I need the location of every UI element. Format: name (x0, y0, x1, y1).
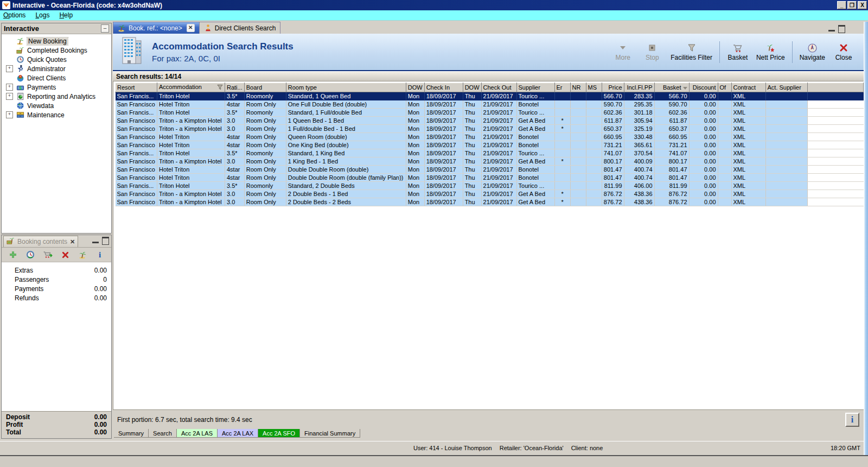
table-row[interactable]: San Francis...Triton Hotel3.5*RoomonlySt… (116, 182, 864, 190)
table-row[interactable]: San FranciscoHotel Triton4starRoom OnlyD… (116, 166, 864, 174)
bottom-tab-acc-2a-sfo[interactable]: Acc 2A SFO (258, 429, 300, 438)
restore-window-button[interactable]: ❐ (847, 1, 857, 9)
column-header-discount[interactable]: Discount (689, 83, 718, 92)
column-header-of[interactable]: Of (718, 83, 731, 92)
quick-quote-icon[interactable] (25, 250, 35, 260)
column-header-act-supplier[interactable]: Act. Supplier (765, 83, 807, 92)
booking-row-extras[interactable]: Extras0.00 (2, 266, 111, 275)
sidebar-item-quick-quotes[interactable]: Quick Quotes (2, 55, 111, 64)
mdi-restore-icon[interactable] (838, 25, 845, 33)
cell-board: Room Only (244, 157, 286, 166)
column-header-incl-fl-pp[interactable]: Incl.Fl.PP (624, 83, 654, 92)
cell-rating: 3.5* (225, 182, 245, 190)
cell-contract: XML (731, 109, 765, 117)
booking-row-payments[interactable]: Payments0.00 (2, 284, 111, 293)
info-button[interactable]: i (845, 413, 859, 427)
sidebar-item-viewdata[interactable]: Viewdata (2, 101, 111, 110)
column-header-basket[interactable]: Basket (654, 83, 689, 92)
facilities-filter-button[interactable]: Facilities Filter (667, 41, 716, 62)
booking-row-passengers[interactable]: Passengers0 (2, 275, 111, 284)
table-row[interactable]: San Francis...Triton Hotel3.5*RoomonlySt… (116, 109, 864, 117)
navigate-button[interactable]: Navigate (796, 41, 829, 62)
cell-dow1: Mon (406, 109, 424, 117)
column-header-price[interactable]: Price (602, 83, 624, 92)
cell-basket: 660.95 (654, 133, 689, 141)
add-icon[interactable] (8, 250, 18, 260)
menu-logs[interactable]: Logs (35, 11, 49, 19)
column-header-check-out[interactable]: Check Out (481, 83, 516, 92)
sidebar-item-maintenance[interactable]: +Maintenance (2, 110, 111, 119)
cart-arrow-icon[interactable] (43, 250, 53, 260)
column-header-contract[interactable]: Contract (731, 83, 765, 92)
cell-accommodation: Triton Hotel (157, 182, 225, 190)
booking-row-refunds[interactable]: Refunds0.00 (2, 293, 111, 302)
basket-button[interactable]: Basket (723, 41, 752, 62)
menu-options[interactable]: Options (3, 11, 25, 19)
sidebar-item-direct-clients[interactable]: Direct Clients (2, 73, 111, 83)
cell-accommodation: Hotel Triton (157, 141, 225, 149)
close-window-button[interactable]: X (858, 1, 867, 9)
menu-help[interactable]: Help (59, 11, 73, 19)
palm-icon[interactable] (78, 250, 87, 260)
column-header-accommodation[interactable]: Accommodation (157, 83, 225, 92)
bottom-tab-financial-summary[interactable]: Financial Summary (300, 429, 360, 438)
table-row[interactable]: San FranciscoTriton - a Kimpton Hotel3.0… (116, 117, 864, 125)
column-header-ms[interactable]: MS (586, 83, 602, 92)
bottom-tab-search[interactable]: Search (149, 429, 177, 438)
table-row[interactable]: San FranciscoTriton - a Kimpton Hotel3.0… (116, 198, 864, 206)
tree-expander-icon[interactable]: + (6, 84, 13, 91)
column-header-nr[interactable]: NR (570, 83, 586, 92)
column-header-supplier[interactable]: Supplier (516, 83, 554, 92)
table-row[interactable]: San FranciscoTriton - a Kimpton Hotel3.0… (116, 157, 864, 166)
booking-contents-tab[interactable]: Booking contents ✕ (3, 236, 78, 247)
table-row[interactable]: San Francis...Triton Hotel3.5*RoomonlySt… (116, 92, 864, 100)
cell-dow2: Thu (463, 174, 481, 182)
page-subtitle: For pax: 2A, 0C, 0I (152, 54, 608, 63)
sidebar-item-administrator[interactable]: +Administrator (2, 64, 111, 73)
cell-nr (570, 92, 586, 100)
column-header-room-type[interactable]: Room type (286, 83, 406, 92)
panel-maximize-icon[interactable] (102, 237, 109, 245)
delete-icon[interactable] (60, 250, 70, 260)
table-row[interactable]: San FranciscoHotel Triton4starRoom OnlyD… (116, 174, 864, 182)
tab-direct-clients-search[interactable]: Direct Clients Search (200, 22, 281, 34)
table-row[interactable]: San Francis...Triton Hotel3.5*RoomonlySt… (116, 149, 864, 157)
sidebar-item-payments[interactable]: +$Payments (2, 83, 111, 92)
filter-icon[interactable] (217, 84, 223, 91)
mdi-minimize-icon[interactable] (828, 28, 835, 31)
column-header-resort[interactable]: Resort (116, 83, 157, 92)
bottom-tab-summary[interactable]: Summary (114, 429, 149, 438)
table-row[interactable]: San FranciscoTriton - a Kimpton Hotel3.0… (116, 125, 864, 133)
cell-nr (570, 166, 586, 174)
info-icon[interactable]: i (95, 250, 105, 260)
nett-price-button[interactable]: Nett Price (752, 41, 789, 62)
bottom-tab-acc-2a-lax[interactable]: Acc 2A LAX (218, 429, 258, 438)
sidebar-item-new-booking[interactable]: New Booking (2, 36, 111, 46)
cell-incl-fl-pp: 400.09 (624, 157, 654, 166)
table-row[interactable]: San FranciscoHotel Triton4starRoom OnlyQ… (116, 133, 864, 141)
panel-minimize-icon[interactable] (92, 240, 99, 243)
sidebar-item-reporting-and-analytics[interactable]: +Reporting and Analytics (2, 92, 111, 101)
tree-expander-icon[interactable]: + (6, 93, 13, 100)
column-header-dow2[interactable]: DOW (463, 83, 481, 92)
tab-book-ref-none[interactable]: Book. ref.: <none>✕ (113, 22, 200, 34)
sidebar-collapse-button[interactable]: – (101, 24, 109, 33)
column-header-dow1[interactable]: DOW (406, 83, 424, 92)
tree-expander-icon[interactable]: + (6, 111, 13, 118)
column-header-er[interactable]: Er (554, 83, 570, 92)
table-row[interactable]: San FranciscoTriton - a Kimpton Hotel3.0… (116, 190, 864, 198)
table-row[interactable]: San FranciscoHotel Triton4starRoom OnlyO… (116, 100, 864, 109)
bottom-tab-acc-2a-las[interactable]: Acc 2A LAS (177, 429, 218, 438)
tab-close-icon[interactable]: ✕ (187, 24, 195, 32)
column-header-board[interactable]: Board (244, 83, 286, 92)
table-row[interactable]: San FranciscoHotel Triton4starRoom OnlyO… (116, 141, 864, 149)
sidebar-item-completed-bookings[interactable]: Completed Bookings (2, 46, 111, 55)
column-header-check-in[interactable]: Check In (424, 83, 463, 92)
booking-row-value: 0.00 (94, 285, 107, 293)
booking-contents-close-icon[interactable]: ✕ (70, 238, 75, 245)
palm-icon (16, 37, 24, 46)
tree-expander-icon[interactable]: + (6, 65, 13, 72)
minimize-window-button[interactable]: _ (837, 1, 846, 9)
close-button[interactable]: Close (829, 41, 858, 62)
column-header-rating[interactable]: Rati... (225, 83, 245, 92)
